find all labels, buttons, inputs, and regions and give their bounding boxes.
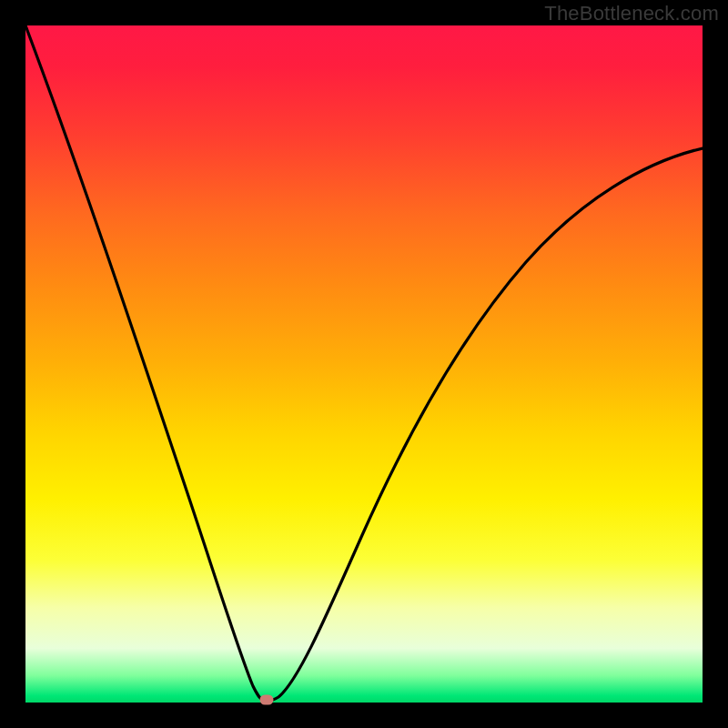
plot-area [25,25,703,703]
optimal-point-marker [260,695,274,705]
watermark-text: TheBottleneck.com [544,2,719,25]
curve-path [25,25,703,702]
bottleneck-curve [25,25,703,703]
chart-frame: TheBottleneck.com [0,0,728,728]
